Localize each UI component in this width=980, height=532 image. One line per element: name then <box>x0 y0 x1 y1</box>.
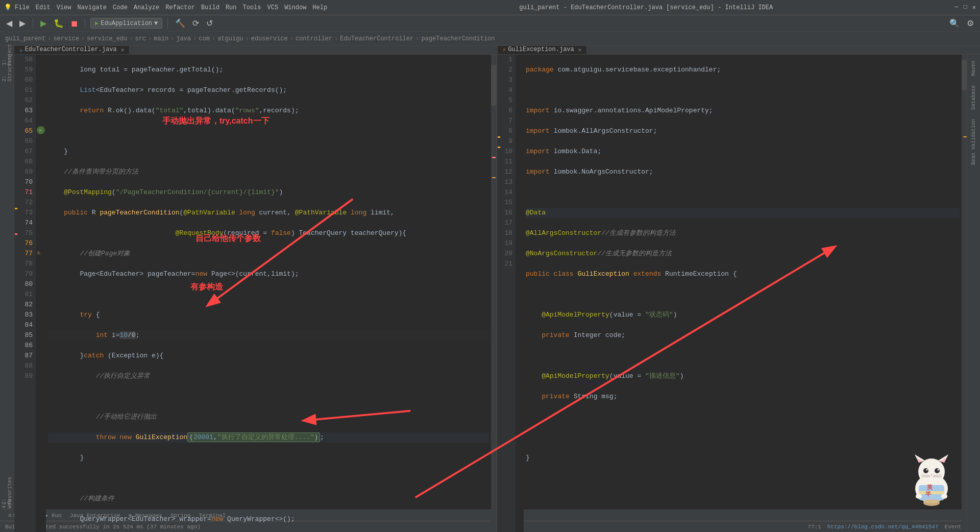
right-line-numbers: 1 2 3 4 5 6 7 8 9 10 11 12 13 14 15 16 1 <box>500 55 516 532</box>
crumb-eduservice[interactable]: eduservice <box>251 35 288 42</box>
tab-left-close[interactable]: ✕ <box>121 46 125 53</box>
menu-view[interactable]: View <box>57 4 71 11</box>
tab-right-file[interactable]: ⚡ GuliException.java ✕ <box>498 46 587 54</box>
tab-right-icon: ⚡ <box>503 46 506 53</box>
tab-left-file[interactable]: ☕ EduTeacherController.java ✕ <box>14 46 130 54</box>
maven-icon[interactable]: Maven <box>970 57 977 80</box>
database-icon[interactable]: Database <box>970 81 977 114</box>
tab-left-icon: ☕ <box>19 46 23 53</box>
forward-button[interactable]: ▶ <box>17 17 28 29</box>
right-code-area[interactable]: package com.atguigu.servicebase.exceptio… <box>524 55 962 532</box>
menu-help[interactable]: Help <box>312 4 327 11</box>
maximize-button[interactable]: □ <box>964 4 967 11</box>
menu-window[interactable]: Window <box>284 4 306 11</box>
left-scrollbar[interactable] <box>491 55 496 532</box>
crumb-src[interactable]: src <box>135 35 146 42</box>
menu-file[interactable]: File <box>15 4 30 11</box>
run-button[interactable]: ▶ <box>38 17 48 29</box>
split-editors: 58 59 60 61 62 63 64 65 66 67 68 69 70 7… <box>14 55 980 532</box>
settings-button[interactable]: ⚙ <box>965 17 976 29</box>
menu-build[interactable]: Build <box>201 4 219 11</box>
menu-edit[interactable]: Edit <box>36 4 51 11</box>
crumb-controller[interactable]: controller <box>296 35 332 42</box>
window-title: guli_parent - EduTeacherController.java … <box>337 4 954 11</box>
run-config-icon: ▶ <box>95 19 99 27</box>
file-tabs-row: ☕ EduTeacherController.java ✕ ⚡ GuliExce… <box>14 46 980 55</box>
menu-analyze[interactable]: Analyze <box>134 4 159 11</box>
left-code-area[interactable]: long total = pageTeacher.getTotal(); Lis… <box>46 55 491 532</box>
debug-button[interactable]: 🐛 <box>52 17 66 29</box>
right-gutter <box>516 55 524 532</box>
close-button[interactable]: ✕ <box>972 4 976 11</box>
bean-validation-icon[interactable]: Bean Validation <box>970 115 977 169</box>
run-configuration[interactable]: ▶ EduApplication ▼ <box>90 18 162 29</box>
build-button[interactable]: 🔨 <box>173 17 187 29</box>
crumb-class[interactable]: EduTeacherController <box>340 35 413 42</box>
tab-right-label: GuliException.java <box>508 46 574 53</box>
sync-button[interactable]: ⟳ <box>190 17 201 29</box>
left-editor: 58 59 60 61 62 63 64 65 66 67 68 69 70 7… <box>14 55 497 532</box>
right-editor: 1 2 3 4 5 6 7 8 9 10 11 12 13 14 15 16 1 <box>497 55 967 532</box>
crumb-main[interactable]: main <box>154 35 168 42</box>
run-config-label: EduApplication <box>101 20 152 27</box>
crumb-project[interactable]: guli_parent <box>5 35 45 42</box>
back-button[interactable]: ◀ <box>4 17 14 29</box>
breadcrumb: guli_parent › service › service_edu › sr… <box>0 32 980 46</box>
todo-icon: ≡ <box>8 513 12 519</box>
main-layout: 1: Project 2: Structure 2: Favorites 4: … <box>0 46 980 510</box>
crumb-java[interactable]: java <box>176 35 191 42</box>
sidebar-structure-icon[interactable]: 2: Structure <box>2 62 13 74</box>
toolbar: ◀ ▶ ▶ 🐛 ◼ ▶ EduApplication ▼ 🔨 ⟳ ↺ 🔍 ⚙ <box>0 15 980 32</box>
crumb-atguigu[interactable]: atguigu <box>217 35 243 42</box>
right-scrollbar[interactable] <box>962 55 967 532</box>
menu-refactor[interactable]: Refactor <box>165 4 195 11</box>
titlebar: 💡 File Edit View Navigate Code Analyze R… <box>0 0 980 15</box>
menu-run[interactable]: Run <box>226 4 237 11</box>
tab-right-close[interactable]: ✕ <box>578 46 582 53</box>
left-gutter: ▶ ⚠ <box>36 55 46 532</box>
menu-navigate[interactable]: Navigate <box>77 4 107 11</box>
left-marker-stripe <box>14 55 17 532</box>
menu-bar[interactable]: File Edit View Navigate Code Analyze Ref… <box>15 4 327 11</box>
crumb-method[interactable]: pageTeacherCondition <box>421 35 495 42</box>
left-sidebar: 1: Project 2: Structure 2: Favorites 4: … <box>0 46 14 510</box>
app-icon: 💡 <box>4 4 12 11</box>
menu-code[interactable]: Code <box>113 4 128 11</box>
tab-left-label: EduTeacherController.java <box>25 46 117 53</box>
run-config-dropdown-icon: ▼ <box>154 20 158 27</box>
crumb-module[interactable]: service_edu <box>87 35 127 42</box>
right-tools-panel: Maven Database Bean Validation 2: Favori… <box>967 55 980 532</box>
minimize-button[interactable]: ─ <box>954 4 958 11</box>
sidebar-favorites-icon[interactable]: 2: Favorites <box>2 485 13 496</box>
crumb-com[interactable]: com <box>199 35 210 42</box>
refresh-button[interactable]: ↺ <box>204 17 215 29</box>
crumb-service[interactable]: service <box>53 35 79 42</box>
menu-vcs[interactable]: VCS <box>267 4 279 11</box>
editor-area: ☕ EduTeacherController.java ✕ ⚡ GuliExce… <box>14 46 980 510</box>
menu-tools[interactable]: Tools <box>243 4 261 11</box>
sidebar-web-icon[interactable]: 4: Web <box>2 498 13 510</box>
left-line-numbers: 58 59 60 61 62 63 64 65 66 67 68 69 70 7… <box>17 55 36 532</box>
window-controls[interactable]: ─ □ ✕ <box>954 4 976 11</box>
search-everywhere-button[interactable]: 🔍 <box>947 17 962 29</box>
right-marker-stripe <box>497 55 500 532</box>
stop-button[interactable]: ◼ <box>69 17 80 29</box>
